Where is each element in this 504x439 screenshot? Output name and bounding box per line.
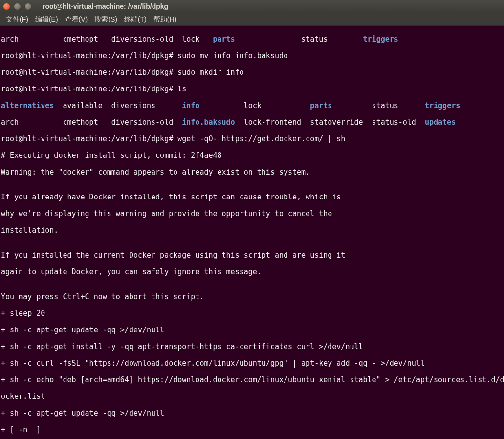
terminal-line: If you installed the current Docker pack… bbox=[1, 251, 503, 260]
text: lock bbox=[199, 101, 310, 110]
dir-parts: parts bbox=[310, 101, 332, 110]
terminal-line: + sleep 20 bbox=[1, 309, 503, 318]
terminal-line: arch cmethopt diversions-old info.baksud… bbox=[1, 118, 503, 127]
terminal-line: + sh -c curl -fsSL "https://download.doc… bbox=[1, 359, 503, 368]
window-titlebar: root@hlt-virtual-machine: /var/lib/dpkg bbox=[0, 0, 504, 13]
terminal-line: + sh -c apt-get install -y -qq apt-trans… bbox=[1, 343, 503, 351]
minimize-icon[interactable] bbox=[14, 3, 21, 10]
terminal-line: + sh -c echo "deb [arch=amd64] https://d… bbox=[1, 376, 503, 384]
terminal-line: If you already have Docker installed, th… bbox=[1, 193, 503, 201]
terminal-line: alternatives available diversions info l… bbox=[1, 102, 503, 110]
terminal-line: installation. bbox=[1, 226, 503, 235]
text: arch cmethopt diversions-old lock bbox=[1, 35, 213, 44]
terminal-line: + sh -c apt-get update -qq >/dev/null bbox=[1, 326, 503, 334]
terminal-line: root@hlt-virtual-machine:/var/lib/dpkg# … bbox=[1, 52, 503, 60]
dir-parts: parts bbox=[213, 35, 235, 44]
menu-terminal[interactable]: 终端(T) bbox=[121, 14, 150, 25]
dir-baksudo: info.baksudo bbox=[182, 118, 235, 127]
dir-triggers: triggers bbox=[425, 101, 460, 110]
text: arch cmethopt diversions-old bbox=[1, 118, 182, 127]
terminal-output[interactable]: arch cmethopt diversions-old lock parts … bbox=[0, 26, 504, 439]
menu-view[interactable]: 查看(V) bbox=[62, 14, 91, 25]
terminal-line: root@hlt-virtual-machine:/var/lib/dpkg# … bbox=[1, 85, 503, 93]
terminal-line: + sh -c apt-get update -qq >/dev/null bbox=[1, 409, 503, 417]
dir-alternatives: alternatives bbox=[1, 101, 54, 110]
window-controls bbox=[3, 3, 32, 10]
window-title: root@hlt-virtual-machine: /var/lib/dpkg bbox=[43, 2, 168, 10]
close-icon[interactable] bbox=[3, 3, 10, 10]
terminal-line: arch cmethopt diversions-old lock parts … bbox=[1, 35, 503, 44]
maximize-icon[interactable] bbox=[24, 3, 32, 10]
text: status bbox=[235, 35, 363, 44]
text: lock-frontend statoverride status-old bbox=[235, 118, 425, 127]
terminal-line: + [ -n ] bbox=[1, 426, 503, 434]
terminal-line: why we're displaying this warning and pr… bbox=[1, 210, 503, 218]
text: status bbox=[332, 101, 425, 110]
text: available diversions bbox=[54, 101, 182, 110]
dir-info: info bbox=[182, 101, 199, 110]
menu-help[interactable]: 帮助(H) bbox=[151, 14, 179, 25]
menu-edit[interactable]: 编辑(E) bbox=[32, 14, 61, 25]
terminal-line: root@hlt-virtual-machine:/var/lib/dpkg# … bbox=[1, 68, 503, 77]
menu-bar: 文件(F) 编辑(E) 查看(V) 搜索(S) 终端(T) 帮助(H) bbox=[0, 13, 504, 26]
menu-file[interactable]: 文件(F) bbox=[3, 14, 31, 25]
terminal-line: Warning: the "docker" command appears to… bbox=[1, 168, 503, 176]
dir-updates: updates bbox=[425, 118, 456, 127]
dir-triggers: triggers bbox=[363, 35, 398, 44]
terminal-line: You may press Ctrl+C now to abort this s… bbox=[1, 293, 503, 301]
terminal-line: # Executing docker install script, commi… bbox=[1, 152, 503, 160]
terminal-line: root@hlt-virtual-machine:/var/lib/dpkg# … bbox=[1, 135, 503, 143]
menu-search[interactable]: 搜索(S) bbox=[91, 14, 120, 25]
terminal-line: again to update Docker, you can safely i… bbox=[1, 268, 503, 276]
terminal-line: ocker.list bbox=[1, 393, 503, 401]
